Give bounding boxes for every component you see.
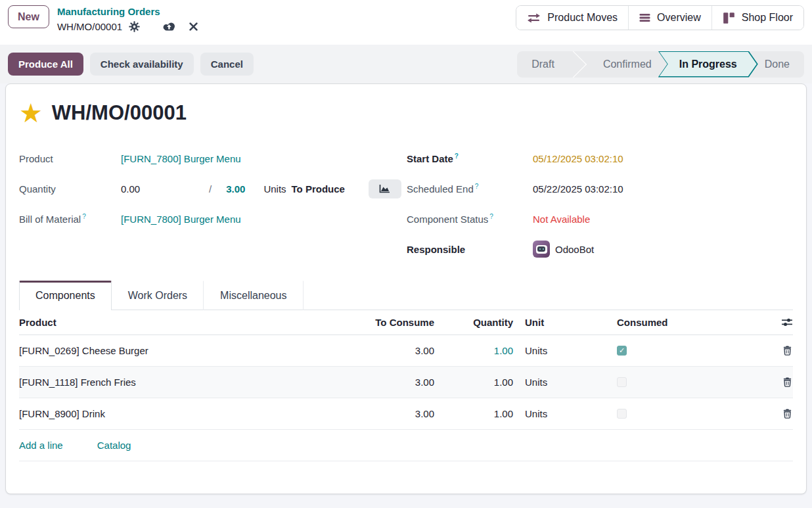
close-icon[interactable] <box>188 21 199 32</box>
overview-label: Overview <box>657 12 701 24</box>
help-icon: ? <box>82 213 86 220</box>
row-unit-cell[interactable]: Units <box>513 345 605 356</box>
scheduled-end-value[interactable]: 05/22/2025 03:02:10 <box>533 183 623 195</box>
table-footer: Add a line Catalog <box>19 430 793 461</box>
add-a-line-link[interactable]: Add a line <box>19 440 63 451</box>
trash-icon <box>783 409 792 419</box>
statusbar-stage-in-progress-label: In Progress <box>660 52 757 76</box>
field-quantity: Quantity 0.00 / 3.00 Units To Produce <box>19 173 407 204</box>
forecast-chart-button[interactable] <box>369 179 401 198</box>
odoobot-avatar <box>533 241 550 258</box>
component-status-label: Component Status? <box>407 213 533 225</box>
table-row[interactable]: [FURN_0269] Cheese Burger 3.00 1.00 Unit… <box>19 335 793 367</box>
notebook-tabs: Components Work Orders Miscellaneous <box>19 277 793 310</box>
statusbar-chevron-separator <box>569 51 589 78</box>
control-bar: Produce All Check availability Cancel Dr… <box>0 45 812 83</box>
trash-icon <box>783 346 792 356</box>
quantity-produced-input[interactable]: 0.00 <box>121 183 209 195</box>
form-sheet: ★ WH/MO/00001 Product [FURN_7800] Burger… <box>5 83 807 494</box>
shop-floor-label: Shop Floor <box>742 12 793 24</box>
statusbar-stage-confirmed[interactable]: Confirmed <box>589 51 666 78</box>
components-table-header: Product To Consume Quantity Unit Consume… <box>19 310 793 335</box>
forecast-chart-icon <box>378 184 391 194</box>
top-header: New Manufacturing Orders WH/MO/00001 <box>0 0 812 45</box>
header-action-group: Product Moves Overview Shop Floor <box>516 5 804 30</box>
quantity-unit: Units <box>263 183 286 195</box>
statusbar-stage-done[interactable]: Done <box>750 51 804 78</box>
transfer-arrows-icon <box>527 13 541 23</box>
row-unit-cell[interactable]: Units <box>513 408 605 419</box>
delete-row-button[interactable] <box>782 407 793 420</box>
consumed-checkbox[interactable] <box>617 346 627 356</box>
quantity-label: Quantity <box>19 183 121 195</box>
help-icon: ? <box>489 213 493 220</box>
delete-row-button[interactable] <box>782 376 793 388</box>
check-availability-button[interactable]: Check availability <box>90 53 194 76</box>
statusbar-stage-draft[interactable]: Draft <box>517 51 569 78</box>
kanban-icon <box>723 12 735 24</box>
table-row[interactable]: [FURN_8900] Drink 3.00 1.00 Units <box>19 398 793 430</box>
field-component-status: Component Status? Not Available <box>407 204 793 234</box>
page-title: WH/MO/00001 <box>52 101 187 125</box>
consumed-checkbox[interactable] <box>617 409 627 419</box>
bill-of-material-value-link[interactable]: [FURN_7800] Burger Menu <box>121 214 241 225</box>
row-unit-cell[interactable]: Units <box>513 377 605 388</box>
row-product-cell[interactable]: [FURN_1118] French Fries <box>19 377 342 388</box>
shop-floor-button[interactable]: Shop Floor <box>711 6 803 30</box>
column-quantity[interactable]: Quantity <box>434 317 513 328</box>
bill-of-material-label: Bill of Material? <box>19 213 121 225</box>
product-label: Product <box>19 153 121 164</box>
row-quantity-cell[interactable]: 1.00 <box>434 377 513 388</box>
row-quantity-cell[interactable]: 1.00 <box>434 408 513 419</box>
row-product-cell[interactable]: [FURN_8900] Drink <box>19 408 342 419</box>
tab-miscellaneous[interactable]: Miscellaneous <box>204 281 303 310</box>
help-icon: ? <box>455 152 459 160</box>
product-value-link[interactable]: [FURN_7800] Burger Menu <box>121 153 241 164</box>
row-to-consume-cell[interactable]: 3.00 <box>342 408 434 419</box>
column-to-consume[interactable]: To Consume <box>342 317 434 328</box>
favorite-star-icon[interactable]: ★ <box>19 100 43 126</box>
column-unit[interactable]: Unit <box>513 317 605 328</box>
product-moves-label: Product Moves <box>547 12 618 24</box>
quantity-suffix: To Produce <box>292 183 345 195</box>
optional-columns-sliders-icon[interactable] <box>769 317 793 327</box>
gear-icon[interactable] <box>127 20 141 34</box>
delete-row-button[interactable] <box>782 344 793 357</box>
responsible-label: Responsible <box>407 244 533 255</box>
field-bill-of-material: Bill of Material? [FURN_7800] Burger Men… <box>19 204 407 234</box>
quantity-separator: / <box>209 183 212 195</box>
tab-work-orders[interactable]: Work Orders <box>112 281 204 310</box>
record-name: WH/MO/00001 <box>57 21 122 32</box>
overview-button[interactable]: Overview <box>628 6 711 30</box>
responsible-value[interactable]: OdooBot <box>533 241 594 258</box>
column-product[interactable]: Product <box>19 317 342 328</box>
responsible-name: OdooBot <box>555 244 594 255</box>
statusbar-stage-in-progress[interactable]: In Progress In Progress <box>658 51 758 78</box>
list-icon <box>639 13 650 22</box>
cancel-button[interactable]: Cancel <box>200 53 254 76</box>
field-scheduled-end: Scheduled End? 05/22/2025 03:02:10 <box>407 173 793 204</box>
new-button[interactable]: New <box>8 5 49 28</box>
row-product-cell[interactable]: [FURN_0269] Cheese Burger <box>19 345 342 356</box>
field-start-date: Start Date? 05/12/2025 03:02:10 <box>407 143 793 173</box>
row-quantity-cell[interactable]: 1.00 <box>434 345 513 356</box>
row-to-consume-cell[interactable]: 3.00 <box>342 377 434 388</box>
consumed-checkbox[interactable] <box>617 377 627 387</box>
help-icon: ? <box>475 183 479 190</box>
product-moves-button[interactable]: Product Moves <box>516 6 628 30</box>
tab-components[interactable]: Components <box>19 281 112 310</box>
start-date-label: Start Date? <box>407 152 533 164</box>
field-responsible: Responsible OdooBot <box>407 234 793 264</box>
quantity-total-link[interactable]: 3.00 <box>226 183 245 195</box>
catalog-link[interactable]: Catalog <box>97 440 131 451</box>
field-product: Product [FURN_7800] Burger Menu <box>19 143 407 173</box>
breadcrumb-manufacturing-orders[interactable]: Manufacturing Orders <box>57 5 199 18</box>
statusbar: Draft Confirmed In Progress In Progress … <box>517 51 804 78</box>
row-to-consume-cell[interactable]: 3.00 <box>342 345 434 356</box>
breadcrumb: Manufacturing Orders WH/MO/00001 <box>57 5 199 34</box>
start-date-value[interactable]: 05/12/2025 03:02:10 <box>533 153 623 164</box>
cloud-upload-icon[interactable] <box>161 20 177 33</box>
produce-all-button[interactable]: Produce All <box>8 53 83 76</box>
column-consumed[interactable]: Consumed <box>605 317 769 328</box>
table-row[interactable]: [FURN_1118] French Fries 3.00 1.00 Units <box>19 367 793 398</box>
